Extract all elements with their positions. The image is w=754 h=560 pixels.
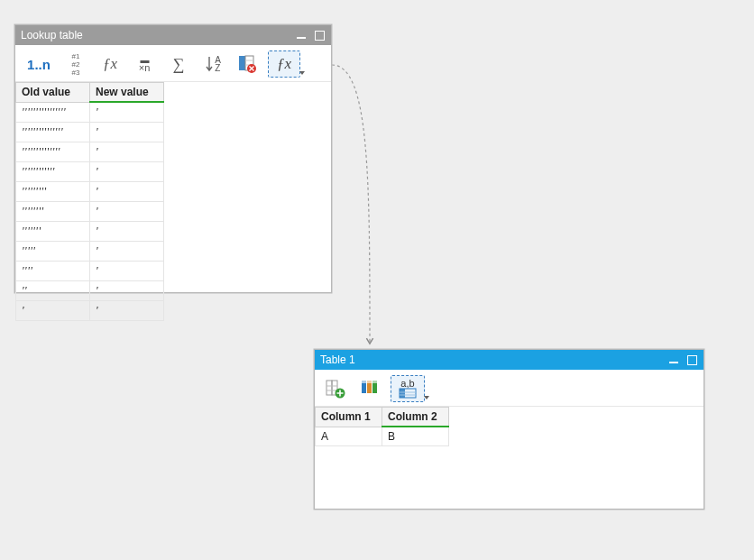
table-cell[interactable]: '''''''''''' xyxy=(16,162,90,182)
table-cell[interactable]: ' xyxy=(90,301,164,321)
table-cell[interactable]: ' xyxy=(90,162,164,182)
table-cell[interactable]: ''''' xyxy=(16,242,90,262)
maximize-button[interactable] xyxy=(311,28,327,42)
svg-rect-5 xyxy=(326,381,332,395)
svg-rect-13 xyxy=(362,381,377,383)
table-cell[interactable]: '''''''''''''' xyxy=(16,142,90,162)
table-cell[interactable]: ' xyxy=(90,222,164,242)
maximize-button[interactable] xyxy=(684,353,700,367)
minimize-button[interactable] xyxy=(666,353,682,367)
svg-rect-15 xyxy=(400,389,405,398)
table-cell[interactable]: ''''''' xyxy=(16,222,90,242)
table-cell[interactable]: '''''''' xyxy=(16,202,90,222)
table-cell[interactable]: ''''''''' xyxy=(16,182,90,202)
table-row[interactable]: ''''' xyxy=(16,262,164,281)
table-row[interactable]: '''''''''''''''' xyxy=(16,123,164,142)
lookup-table-panel[interactable]: Lookup table 1..n #1 #2 #3 ƒx ▬ ×n ∑ xyxy=(14,24,332,293)
add-column-icon xyxy=(325,379,346,399)
columns-structure-button[interactable] xyxy=(356,375,383,402)
panel-title: Lookup table xyxy=(21,29,83,41)
formula-button[interactable]: ƒx xyxy=(97,50,124,78)
table-row[interactable]: ''''''''''''''''' xyxy=(16,102,164,123)
table-cell[interactable]: ''''''''''''''' xyxy=(16,123,90,142)
sequence-button[interactable]: 1..n xyxy=(23,50,55,78)
dropdown-arrow-icon xyxy=(424,396,429,399)
column-header-old[interactable]: Old value xyxy=(16,83,90,103)
structure-icon xyxy=(360,379,380,399)
add-column-button[interactable] xyxy=(322,375,349,402)
minimize-button[interactable] xyxy=(293,28,309,42)
table1-grid[interactable]: Column 1 Column 2 AB xyxy=(315,407,449,446)
table-row[interactable]: '''''' xyxy=(16,242,164,262)
table-cell[interactable]: ' xyxy=(90,281,164,301)
table-row[interactable]: ''''''''''''' xyxy=(16,162,164,182)
lookup-toolbar: 1..n #1 #2 #3 ƒx ▬ ×n ∑ AZ xyxy=(15,45,331,82)
table1-titlebar[interactable]: Table 1 xyxy=(315,350,703,370)
lookup-panel-titlebar[interactable]: Lookup table xyxy=(15,25,331,45)
fx-icon: ƒx xyxy=(277,55,291,73)
table-remove-icon xyxy=(237,54,257,74)
table-cell[interactable]: ' xyxy=(90,242,164,262)
table-row[interactable]: '''''''''' xyxy=(16,182,164,202)
table-cell[interactable]: ' xyxy=(90,182,164,202)
table-row[interactable]: ''''''''' xyxy=(16,202,164,222)
remove-column-button[interactable] xyxy=(234,50,261,78)
fx-icon: ƒx xyxy=(103,55,117,73)
table-cell[interactable]: '''' xyxy=(16,262,90,281)
table-icon xyxy=(399,388,417,399)
row-number-button[interactable]: #1 #2 #3 xyxy=(62,50,89,78)
column-header-new[interactable]: New value xyxy=(90,83,164,103)
table1-panel[interactable]: Table 1 a,b xyxy=(314,349,704,510)
table1-toolbar: a,b xyxy=(315,370,703,407)
table-cell[interactable]: '' xyxy=(16,281,90,301)
table-row[interactable]: '''''''' xyxy=(16,222,164,242)
table-cell[interactable]: ' xyxy=(90,123,164,142)
sort-button[interactable]: AZ xyxy=(199,50,226,78)
aggregate-button[interactable]: ∑ xyxy=(165,50,192,78)
table-cell[interactable]: A xyxy=(316,427,382,446)
table-row[interactable]: AB xyxy=(316,427,449,446)
dropdown-arrow-icon xyxy=(299,71,305,75)
sort-arrow-icon xyxy=(205,55,214,73)
table-cell[interactable]: B xyxy=(382,427,449,446)
table-cell[interactable]: '''''''''''''''' xyxy=(16,102,90,123)
table-row[interactable]: ''' xyxy=(16,281,164,301)
table-cell[interactable]: ' xyxy=(16,301,90,321)
column-header-1[interactable]: Column 1 xyxy=(316,408,382,427)
column-header-2[interactable]: Column 2 xyxy=(382,408,449,427)
table-row[interactable]: '' xyxy=(16,301,164,321)
repeat-button[interactable]: ▬ ×n xyxy=(131,50,158,78)
table-cell[interactable]: ' xyxy=(90,202,164,222)
svg-rect-0 xyxy=(239,56,245,70)
table-cell[interactable]: ' xyxy=(90,262,164,281)
table-cell[interactable]: ' xyxy=(90,142,164,162)
sigma-icon: ∑ xyxy=(173,55,185,74)
lookup-table-grid[interactable]: Old value New value ''''''''''''''''''''… xyxy=(15,82,164,321)
ab-label: a,b xyxy=(400,380,414,388)
sequence-label: 1..n xyxy=(27,57,51,72)
replace-values-button[interactable]: a,b xyxy=(391,375,425,402)
lookup-formula-button[interactable]: ƒx xyxy=(268,50,300,78)
table-cell[interactable]: ' xyxy=(90,102,164,123)
panel-title: Table 1 xyxy=(320,353,355,366)
table-row[interactable]: ''''''''''''''' xyxy=(16,142,164,162)
